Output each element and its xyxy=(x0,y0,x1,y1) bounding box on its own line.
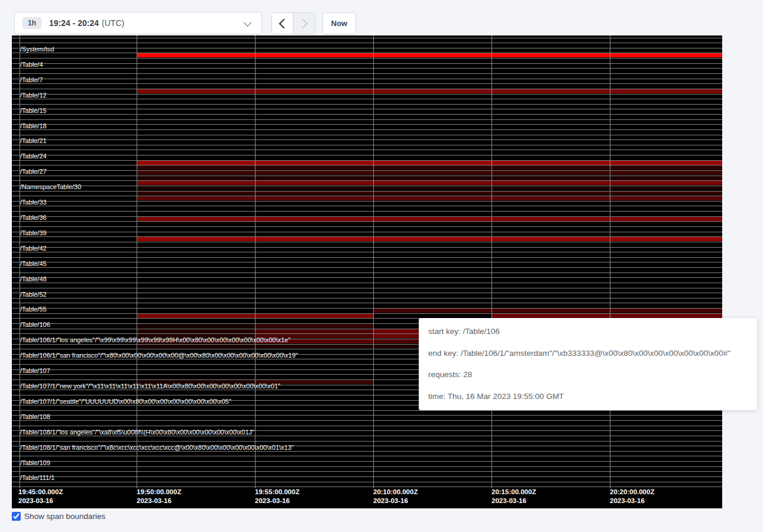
span-label: /Table/42 xyxy=(20,244,47,252)
span-boundary-line xyxy=(12,104,722,105)
span-boundary-line xyxy=(12,277,722,278)
span-label: /Table/106/1/"los angeles"/"\x99\x99\x99… xyxy=(20,336,290,344)
span-label: /Table/52 xyxy=(20,290,47,299)
time-nav-group xyxy=(271,12,315,34)
time-tick-label: 19:45:00.000Z xyxy=(18,488,63,495)
span-label: /Table/109 xyxy=(20,459,50,467)
span-label: /Table/111/1 xyxy=(20,473,54,482)
toolbar: 1h 19:24 - 20:24 (UTC) Now xyxy=(0,0,763,35)
span-boundary-line xyxy=(12,313,722,314)
span-boundary-line xyxy=(12,482,722,482)
span-boundary-line xyxy=(12,211,722,212)
span-boundary-line xyxy=(12,273,722,273)
heat-band xyxy=(137,324,255,328)
span-boundary-line xyxy=(12,48,722,48)
span-boundary-line xyxy=(12,53,722,53)
span-boundary-line xyxy=(12,140,722,140)
span-boundary-line xyxy=(12,79,722,79)
span-boundary-line xyxy=(12,232,722,232)
span-boundary-line xyxy=(12,186,722,186)
span-boundary-line xyxy=(12,94,722,95)
time-gridline xyxy=(373,35,374,488)
span-label: /Table/39 xyxy=(20,229,47,237)
next-range-button[interactable] xyxy=(293,12,315,34)
span-boundary-line xyxy=(12,135,722,135)
span-boundary-line xyxy=(12,150,722,150)
time-gridline xyxy=(492,35,492,488)
time-tick-date: 2023-03-16 xyxy=(18,497,53,504)
chevron-down-icon xyxy=(244,19,251,27)
span-boundary-line xyxy=(12,68,722,69)
heat-band xyxy=(137,186,722,190)
span-label: /Table/108/1/"san francisco"/"\x8c\xcc\x… xyxy=(20,443,294,452)
span-boundary-line xyxy=(12,216,722,217)
heat-band xyxy=(137,53,722,57)
time-tick-label: 20:15:00.000Z xyxy=(492,488,536,495)
span-boundary-line xyxy=(12,426,722,426)
now-button[interactable]: Now xyxy=(322,12,356,34)
span-label: /Table/106 xyxy=(20,320,50,329)
tooltip-end-key: end key: /Table/106/1/"amsterdam"/"\xb33… xyxy=(428,348,748,359)
time-tick-label: 20:20:00.000Z xyxy=(610,488,654,495)
span-boundary-line xyxy=(12,267,722,268)
range-duration-badge: 1h xyxy=(22,17,41,29)
span-label: /Table/4 xyxy=(20,60,43,69)
span-boundary-line xyxy=(12,63,722,64)
span-boundary-line xyxy=(12,155,722,155)
heat-band xyxy=(137,176,722,180)
span-boundary-line xyxy=(12,298,722,299)
time-gridline xyxy=(137,35,137,488)
time-gridline xyxy=(610,35,610,488)
time-tick-date: 2023-03-16 xyxy=(137,497,172,504)
span-boundary-line xyxy=(12,196,722,196)
show-span-boundaries-checkbox[interactable] xyxy=(12,512,21,521)
span-boundary-line xyxy=(12,160,722,161)
span-label: /Table/18 xyxy=(20,122,47,130)
span-boundary-line xyxy=(12,461,722,462)
span-label: /Table/36 xyxy=(20,213,47,222)
span-boundary-line xyxy=(12,308,722,309)
span-boundary-line xyxy=(12,99,722,99)
arrow-left-icon xyxy=(279,18,289,28)
range-timezone: (UTC) xyxy=(102,18,124,28)
span-boundary-line xyxy=(12,180,722,181)
span-boundary-line xyxy=(12,252,722,252)
span-boundary-line xyxy=(12,43,722,43)
span-label: /Table/45 xyxy=(20,259,47,268)
range-text: 19:24 - 20:24 xyxy=(49,18,99,28)
tooltip-time: time: Thu, 16 Mar 2023 19:55:00 GMT xyxy=(428,391,748,403)
span-label: /Table/107/1/"seattle"/"UUUUUUD\x00\x80\… xyxy=(20,397,231,406)
prev-range-button[interactable] xyxy=(271,12,293,34)
time-gridline xyxy=(255,35,256,488)
heat-band xyxy=(137,171,722,175)
time-tick-label: 19:55:00.000Z xyxy=(255,488,299,495)
heat-band xyxy=(137,161,722,165)
span-boundary-line xyxy=(12,415,722,416)
span-label: /NamespaceTable/30 xyxy=(20,183,81,191)
hover-tooltip: start key: /Table/106 end key: /Table/10… xyxy=(419,318,757,410)
span-label: /Table/12 xyxy=(20,91,47,99)
arrow-right-icon xyxy=(298,18,308,28)
show-span-boundaries-control[interactable]: Show span boundaries xyxy=(12,512,105,521)
span-boundary-line xyxy=(12,176,722,176)
span-boundary-line xyxy=(12,242,722,242)
span-boundary-line xyxy=(12,236,722,237)
heat-band xyxy=(492,314,722,318)
span-boundary-line xyxy=(12,293,722,293)
span-boundary-line xyxy=(12,129,722,130)
span-boundary-line xyxy=(12,114,722,115)
keyvis-heatmap[interactable]: /System/tsd/Table/4/Table/7/Table/12/Tab… xyxy=(12,35,722,508)
span-label: /Table/15 xyxy=(20,106,47,115)
span-boundary-line xyxy=(12,441,722,442)
time-tick-date: 2023-03-16 xyxy=(610,497,645,504)
span-label: /Table/27 xyxy=(20,167,47,176)
span-boundary-line xyxy=(12,191,722,192)
heat-band xyxy=(137,217,722,221)
span-label: /Table/108/1/"los angeles"/"\xa8\xf5\u00… xyxy=(20,428,254,436)
span-boundary-line xyxy=(12,257,722,258)
span-boundary-line xyxy=(12,145,722,145)
span-boundary-line xyxy=(12,58,722,59)
time-range-selector[interactable]: 1h 19:24 - 20:24 (UTC) xyxy=(14,12,262,34)
span-boundary-line xyxy=(12,221,722,222)
heat-band xyxy=(137,237,722,241)
